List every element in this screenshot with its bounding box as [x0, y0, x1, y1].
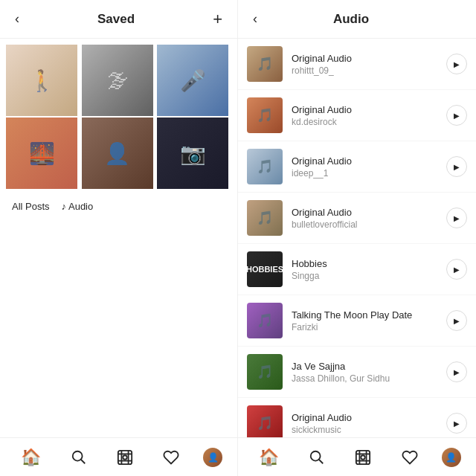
play-button-1[interactable]: ▶ — [446, 54, 467, 74]
audio-item-1[interactable]: 🎵 Original Audio rohittt_09_ ▶ — [238, 39, 476, 90]
play-button-7[interactable]: ▶ — [446, 361, 467, 382]
audio-thumb-2: 🎵 — [247, 97, 283, 133]
audio-artist-3: ideep__1 — [292, 168, 437, 178]
left-bottom-nav: 🏠 👤 — [0, 437, 237, 476]
left-nav-heart-icon[interactable] — [157, 443, 185, 472]
svg-point-3 — [123, 455, 127, 460]
left-nav-home-icon[interactable]: 🏠 — [15, 442, 47, 473]
audio-artist-5: Singga — [292, 271, 437, 281]
audio-title-7: Ja Ve Sajjna — [292, 361, 437, 372]
grid-photo-2[interactable]: 🌫 — [82, 45, 153, 116]
audio-artist-6: Farizki — [292, 322, 437, 332]
play-button-6[interactable]: ▶ — [446, 310, 467, 331]
grid-photo-6[interactable]: 📷 — [157, 118, 228, 189]
audio-info-7: Ja Ve Sajjna Jassa Dhillon, Gur Sidhu — [292, 361, 437, 384]
audio-item-3[interactable]: 🎵 Original Audio ideep__1 ▶ — [238, 141, 476, 193]
saved-grid: 🚶 🌫 🎤 🌉 👤 📷 All Posts Audio — [0, 39, 237, 221]
audio-info-5: Hobbies Singga — [292, 258, 437, 281]
photo-grid: 🚶 🌫 🎤 🌉 👤 📷 — [6, 45, 231, 189]
add-button[interactable]: + — [210, 7, 225, 32]
audio-title-4: Original Audio — [292, 207, 437, 218]
right-bottom-nav: 🏠 👤 — [238, 437, 476, 476]
audio-title-8: Original Audio — [292, 412, 437, 423]
audio-thumb-6: 🎵 — [247, 303, 283, 338]
right-nav-reels-icon[interactable] — [349, 443, 377, 472]
audio-artist-8: sickickmusic — [292, 425, 437, 435]
play-button-3[interactable]: ▶ — [446, 156, 467, 177]
collection-audio[interactable]: Audio — [62, 201, 94, 212]
svg-line-9 — [319, 459, 324, 463]
grid-photo-4[interactable]: 🌉 — [6, 118, 77, 189]
right-panel: ‹ Audio 🎵 Original Audio rohittt_09_ ▶ 🎵… — [238, 0, 476, 476]
svg-line-1 — [81, 459, 86, 463]
left-header: ‹ Saved + — [0, 0, 237, 39]
audio-title-5: Hobbies — [292, 258, 437, 269]
audio-thumb-7: 🎵 — [247, 354, 283, 390]
audio-artist-4: bulletloverofficial — [292, 219, 437, 230]
audio-title-2: Original Audio — [292, 104, 437, 115]
right-nav-avatar[interactable]: 👤 — [442, 448, 461, 467]
right-header: ‹ Audio — [238, 0, 476, 39]
audio-artist-2: kd.desirock — [292, 117, 437, 127]
audio-title-1: Original Audio — [292, 53, 437, 64]
audio-title-3: Original Audio — [292, 155, 437, 167]
audio-artist-7: Jassa Dhillon, Gur Sidhu — [292, 373, 437, 384]
play-button-8[interactable]: ▶ — [446, 413, 467, 434]
grid-photo-1[interactable]: 🚶 — [6, 45, 77, 116]
left-nav-reels-icon[interactable] — [111, 443, 139, 472]
grid-photo-5[interactable]: 👤 — [82, 118, 153, 189]
audio-artist-1: rohittt_09_ — [292, 65, 437, 76]
left-panel: ‹ Saved + 🚶 🌫 🎤 🌉 👤 📷 All — [0, 0, 238, 476]
grid-photo-3[interactable]: 🎤 — [157, 45, 228, 116]
play-button-5[interactable]: ▶ — [446, 259, 467, 280]
audio-list: 🎵 Original Audio rohittt_09_ ▶ 🎵 Origina… — [238, 39, 476, 437]
audio-thumb-3: 🎵 — [247, 149, 283, 184]
audio-info-2: Original Audio kd.desirock — [292, 104, 437, 127]
svg-point-8 — [311, 451, 321, 460]
right-nav-search-icon[interactable] — [303, 443, 331, 472]
audio-item-7[interactable]: 🎵 Ja Ve Sajjna Jassa Dhillon, Gur Sidhu … — [238, 347, 476, 398]
svg-rect-2 — [118, 450, 132, 463]
svg-point-11 — [361, 455, 366, 460]
audio-info-6: Talking The Moon Play Date Farizki — [292, 309, 437, 332]
right-nav-home-icon[interactable]: 🏠 — [253, 442, 285, 473]
right-panel-title: Audio — [333, 12, 369, 27]
audio-thumb-8: 🎵 — [247, 405, 283, 437]
left-nav-search-icon[interactable] — [65, 443, 93, 472]
collection-labels: All Posts Audio — [6, 195, 231, 215]
audio-item-6[interactable]: 🎵 Talking The Moon Play Date Farizki ▶ — [238, 295, 476, 347]
audio-item-8[interactable]: 🎵 Original Audio sickickmusic ▶ — [238, 398, 476, 437]
audio-info-3: Original Audio ideep__1 — [292, 155, 437, 178]
audio-item-2[interactable]: 🎵 Original Audio kd.desirock ▶ — [238, 90, 476, 141]
left-panel-title: Saved — [97, 12, 135, 27]
audio-thumb-4: 🎵 — [247, 200, 283, 236]
svg-point-0 — [73, 451, 83, 460]
audio-item-5[interactable]: HOBBIES Hobbies Singga ▶ — [238, 244, 476, 295]
right-back-button[interactable]: ‹ — [250, 8, 260, 30]
collection-all-posts[interactable]: All Posts — [12, 201, 50, 212]
audio-info-1: Original Audio rohittt_09_ — [292, 53, 437, 76]
audio-title-6: Talking The Moon Play Date — [292, 309, 437, 321]
audio-item-4[interactable]: 🎵 Original Audio bulletloverofficial ▶ — [238, 193, 476, 244]
audio-info-8: Original Audio sickickmusic — [292, 412, 437, 435]
play-button-4[interactable]: ▶ — [446, 208, 467, 228]
right-nav-heart-icon[interactable] — [396, 443, 424, 472]
audio-info-4: Original Audio bulletloverofficial — [292, 207, 437, 230]
left-nav-avatar[interactable]: 👤 — [203, 448, 222, 467]
audio-thumb-1: 🎵 — [247, 46, 283, 82]
left-back-button[interactable]: ‹ — [12, 8, 22, 30]
svg-rect-10 — [356, 450, 370, 463]
play-button-2[interactable]: ▶ — [446, 105, 467, 126]
audio-thumb-5: HOBBIES — [247, 251, 283, 287]
